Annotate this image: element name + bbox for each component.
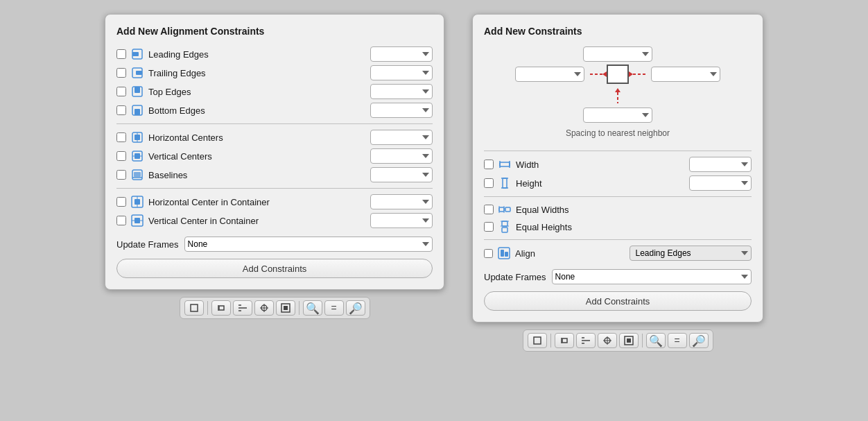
svg-rect-40 — [499, 207, 504, 212]
svg-rect-44 — [502, 221, 507, 226]
toolbar-left: 🔍 = 🔍 — [180, 297, 370, 319]
hcenters-checkbox[interactable] — [116, 132, 126, 142]
leading-edges-dropdown[interactable] — [370, 46, 433, 62]
toolbar-left-zoom-out[interactable]: 🔍 — [346, 300, 365, 316]
vcenter-container-row: Vertical Center in Container — [116, 213, 433, 228]
width-label: Width — [516, 160, 685, 170]
top-edges-dropdown[interactable] — [370, 84, 433, 99]
height-checkbox[interactable] — [484, 178, 494, 188]
svg-rect-16 — [134, 172, 141, 177]
top-edges-label: Top Edges — [148, 87, 366, 97]
spacing-bottom-dropdown[interactable] — [583, 108, 652, 123]
separator-2 — [116, 188, 433, 189]
svg-rect-7 — [134, 109, 140, 115]
top-edges-icon — [130, 85, 144, 98]
vcenter-container-dropdown[interactable] — [370, 213, 433, 228]
svg-rect-1 — [132, 52, 139, 56]
right-sep3 — [484, 239, 752, 240]
toolbar-left-btn5[interactable] — [276, 300, 295, 316]
vcenter-container-icon — [130, 214, 144, 227]
hcenter-container-dropdown[interactable] — [370, 194, 433, 209]
add-constraints-button-right[interactable]: Add Constraints — [484, 291, 752, 311]
equal-heights-icon — [498, 220, 512, 234]
toolbar-right-btn4[interactable] — [598, 333, 617, 348]
svg-rect-50 — [505, 252, 508, 257]
hcenters-dropdown[interactable] — [370, 130, 433, 145]
toolbar-left-btn2[interactable] — [211, 300, 231, 316]
left-panel: Add New Alignment Constraints Leading Ed… — [105, 14, 444, 290]
hcenter-container-checkbox[interactable] — [116, 197, 126, 207]
svg-rect-53 — [562, 338, 567, 343]
toolbar-right-zoom-out[interactable]: 🔍 — [689, 333, 709, 348]
spacing-top-dropdown[interactable] — [583, 46, 652, 62]
height-label: Height — [516, 178, 685, 189]
toolbar-right-btn2[interactable] — [555, 333, 574, 348]
update-frames-select-left[interactable]: None — [184, 237, 433, 252]
leading-edges-icon — [130, 47, 144, 61]
baselines-row: Baselines — [116, 167, 433, 182]
height-icon — [498, 176, 512, 190]
vcenters-row: Vertical Centers — [116, 148, 433, 164]
toolbar-left-equal[interactable]: = — [324, 300, 344, 316]
toolbar-sep2 — [299, 301, 300, 315]
right-panel-title: Add New Constraints — [484, 26, 752, 37]
svg-rect-41 — [505, 207, 510, 212]
equal-widths-checkbox[interactable] — [484, 205, 494, 214]
add-constraints-button-left[interactable]: Add Constraints — [116, 259, 433, 278]
toolbar-right-zoom-in[interactable]: 🔍 — [646, 333, 666, 348]
baselines-dropdown[interactable] — [370, 167, 433, 182]
vcenter-container-label: Vertical Center in Container — [148, 216, 366, 226]
svg-rect-33 — [284, 306, 288, 310]
bottom-edges-checkbox[interactable] — [116, 105, 126, 115]
baselines-icon — [130, 168, 144, 182]
toolbar-right-equal[interactable]: = — [668, 333, 687, 348]
hcenters-row: Horizontal Centers — [116, 130, 433, 145]
height-dropdown[interactable] — [689, 175, 752, 191]
width-dropdown[interactable] — [689, 157, 752, 172]
width-icon — [498, 157, 512, 171]
update-frames-row-left: Update Frames None — [116, 237, 433, 252]
trailing-edges-dropdown[interactable] — [370, 65, 433, 80]
svg-rect-51 — [534, 337, 541, 344]
svg-rect-34 — [500, 162, 510, 166]
toolbar-right-sep1 — [550, 334, 551, 347]
toolbar-right-btn1[interactable] — [528, 333, 547, 348]
align-checkbox[interactable] — [484, 249, 493, 258]
vcenters-icon — [130, 149, 144, 163]
vcenter-container-checkbox[interactable] — [116, 216, 126, 225]
trailing-edges-checkbox[interactable] — [116, 68, 126, 78]
right-panel-wrapper: Add New Constraints — [472, 14, 763, 352]
spacing-lines-h — [590, 65, 645, 84]
spacing-left-dropdown[interactable] — [515, 67, 584, 82]
toolbar-left-zoom-in[interactable]: 🔍 — [303, 300, 322, 316]
spacing-vert-lines — [615, 88, 620, 103]
align-row: Align Leading Edges Trailing Edges Top E… — [484, 246, 752, 261]
baselines-checkbox[interactable] — [116, 170, 126, 180]
toolbar-left-btn3[interactable] — [233, 300, 252, 316]
svg-rect-49 — [501, 250, 504, 257]
toolbar-right-btn5[interactable] — [619, 333, 639, 348]
leading-edges-checkbox[interactable] — [116, 49, 126, 59]
spacing-right-dropdown[interactable] — [651, 67, 720, 82]
top-edges-checkbox[interactable] — [116, 87, 126, 96]
svg-rect-25 — [219, 306, 224, 310]
hcenter-container-icon — [130, 195, 144, 209]
hcenters-icon — [130, 130, 144, 144]
toolbar-left-btn1[interactable] — [184, 300, 204, 316]
vcenters-checkbox[interactable] — [116, 151, 126, 161]
toolbar-right-sep2 — [642, 334, 643, 347]
toolbar-right-btn3[interactable] — [576, 333, 596, 348]
leading-edges-row: Leading Edges — [116, 46, 433, 62]
equal-heights-checkbox[interactable] — [484, 222, 494, 232]
align-value-dropdown[interactable]: Leading Edges Trailing Edges Top Edges B… — [630, 246, 752, 261]
right-line — [629, 71, 645, 77]
bottom-edges-dropdown[interactable] — [370, 103, 433, 118]
vcenters-dropdown[interactable] — [370, 148, 433, 164]
update-frames-select-right[interactable]: None — [552, 269, 752, 284]
toolbar-left-btn4[interactable] — [254, 300, 274, 316]
width-row: Width — [484, 157, 752, 172]
left-panel-wrapper: Add New Alignment Constraints Leading Ed… — [105, 14, 444, 319]
svg-rect-23 — [191, 304, 198, 311]
svg-rect-37 — [503, 178, 507, 188]
width-checkbox[interactable] — [484, 160, 494, 169]
